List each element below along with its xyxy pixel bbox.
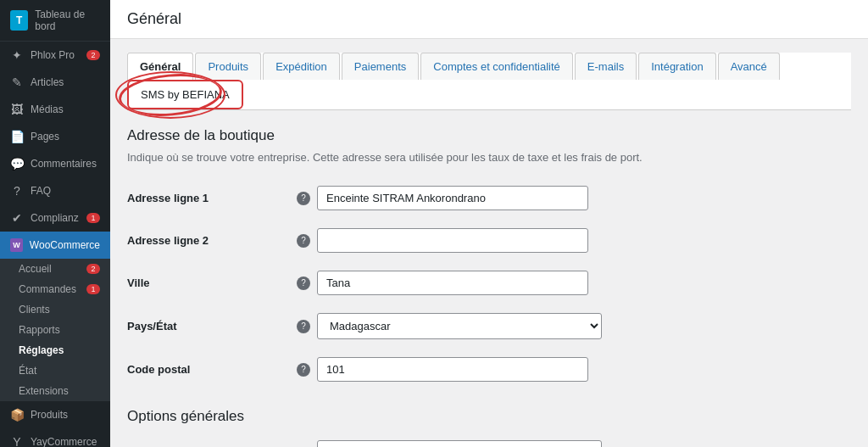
tab-avance[interactable]: Avancé <box>718 53 780 80</box>
tab-produits[interactable]: Produits <box>195 53 261 80</box>
tabs-bar: Général Produits Expédition Paiements Co… <box>127 53 851 110</box>
sidebar-item-commentaires[interactable]: 💬 Commentaires <box>0 150 110 177</box>
articles-icon: ✎ <box>10 75 24 89</box>
code-postal-input[interactable] <box>317 357 588 382</box>
sidebar-logo-text: Tableau de bord <box>35 8 100 32</box>
woocommerce-section: W WooCommerce Accueil 2 Commandes 1 Clie… <box>0 232 110 401</box>
sidebar-item-phlox-pro[interactable]: ✦ Phlox Pro 2 <box>0 42 110 69</box>
sidebar-logo[interactable]: T Tableau de bord <box>0 0 110 42</box>
adresse2-label: Adresse ligne 2 <box>127 234 209 247</box>
table-row: Code postal ? <box>127 349 851 391</box>
section-boutique-desc: Indique où se trouve votre entreprise. C… <box>127 151 851 164</box>
content-area: Général Produits Expédition Paiements Co… <box>110 39 868 447</box>
ville-help-icon[interactable]: ? <box>297 277 310 290</box>
sidebar: T Tableau de bord ✦ Phlox Pro 2 ✎ Articl… <box>0 0 110 447</box>
sidebar-item-label: Médias <box>31 103 64 115</box>
extensions-label: Extensions <box>19 385 69 397</box>
tab-paiements[interactable]: Paiements <box>342 53 419 80</box>
sidebar-sub-item-reglages[interactable]: Réglages <box>0 340 110 360</box>
ou-vendre-select[interactable]: Vendre dans tous les pays <box>317 440 602 447</box>
sidebar-item-pages[interactable]: 📄 Pages <box>0 123 110 150</box>
code-postal-field-row: ? <box>297 357 851 382</box>
commandes-label: Commandes <box>19 283 76 295</box>
options-form-table: Où vendre ? Vendre dans tous les pays Où… <box>127 432 851 447</box>
sidebar-item-produits[interactable]: 📦 Produits <box>0 401 110 428</box>
table-row: Adresse ligne 2 ? <box>127 220 851 262</box>
section-boutique: Adresse de la boutique Indique où se tro… <box>127 127 851 391</box>
tab-integration[interactable]: Intégration <box>638 53 715 80</box>
code-postal-label: Code postal <box>127 363 190 376</box>
section-options: Options générales Où vendre ? Vendre dan… <box>127 408 851 447</box>
adresse1-input[interactable] <box>317 186 588 210</box>
sidebar-sub-item-clients[interactable]: Clients <box>0 299 110 320</box>
page-title: Général <box>127 10 851 28</box>
tableau-de-bord-icon: T <box>10 10 28 31</box>
address-form-table: Adresse ligne 1 ? Adresse ligne 2 ? <box>127 177 851 391</box>
pages-icon: 📄 <box>10 130 24 143</box>
adresse1-help-icon[interactable]: ? <box>297 192 310 205</box>
tab-general[interactable]: Général <box>127 53 193 81</box>
woocommerce-header[interactable]: W WooCommerce <box>0 232 110 259</box>
tab-emails[interactable]: E-mails <box>575 53 637 80</box>
sidebar-item-label: FAQ <box>31 185 51 197</box>
sidebar-sub-item-etat[interactable]: État <box>0 360 110 381</box>
sidebar-item-label: Articles <box>31 76 64 88</box>
sidebar-item-label: Pages <box>31 131 59 142</box>
sidebar-item-label: Complianz <box>31 212 79 224</box>
table-row: Adresse ligne 1 ? <box>127 177 851 220</box>
sidebar-item-label: Commentaires <box>31 158 97 170</box>
phlox-icon: ✦ <box>10 48 24 62</box>
pays-label: Pays/État <box>127 320 177 332</box>
pays-help-icon[interactable]: ? <box>297 320 310 333</box>
accueil-label: Accueil <box>19 263 52 275</box>
complianz-badge: 1 <box>86 213 100 223</box>
tab-sms-wrapper: SMS by BEFIANA <box>127 80 245 109</box>
commentaires-icon: 💬 <box>10 157 24 170</box>
phlox-badge: 2 <box>86 50 100 60</box>
tab-sms-befiana[interactable]: SMS by BEFIANA <box>127 80 243 109</box>
sidebar-sub-item-accueil[interactable]: Accueil 2 <box>0 259 110 279</box>
sidebar-item-complianz[interactable]: ✔ Complianz 1 <box>0 204 110 232</box>
sidebar-item-label: Phlox Pro <box>31 49 75 61</box>
section-boutique-title: Adresse de la boutique <box>127 127 851 144</box>
rapports-label: Rapports <box>19 324 60 336</box>
ville-label: Ville <box>127 277 150 289</box>
sidebar-item-label: YayCommerce <box>31 436 97 447</box>
main-content: Général Général Produits Expédition Paie… <box>110 0 868 447</box>
adresse2-field-row: ? <box>297 228 851 253</box>
sidebar-item-medias[interactable]: 🖼 Médias <box>0 96 110 123</box>
pays-field-row: ? Madagascar France Réunion <box>297 313 851 339</box>
complianz-icon: ✔ <box>10 211 24 225</box>
tab-comptes-confidentialite[interactable]: Comptes et confidentialité <box>420 53 573 80</box>
code-postal-help-icon[interactable]: ? <box>297 363 310 377</box>
ou-vendre-field-row: ? Vendre dans tous les pays <box>297 440 851 447</box>
adresse2-input[interactable] <box>317 228 588 253</box>
pays-select[interactable]: Madagascar France Réunion <box>317 313 602 339</box>
woocommerce-label: WooCommerce <box>30 239 100 251</box>
reglages-label: Réglages <box>19 344 64 356</box>
adresse1-label: Adresse ligne 1 <box>127 192 209 204</box>
table-row: Ville ? <box>127 262 851 305</box>
sidebar-sub-item-rapports[interactable]: Rapports <box>0 320 110 340</box>
sidebar-sub-item-extensions[interactable]: Extensions <box>0 381 110 401</box>
yaycommerce-icon: Y <box>10 435 24 447</box>
table-row: Pays/État ? Madagascar France Réunion <box>127 305 851 349</box>
clients-label: Clients <box>19 304 50 316</box>
accueil-badge: 2 <box>86 264 100 274</box>
commandes-badge: 1 <box>86 284 100 294</box>
ville-input[interactable] <box>317 271 588 295</box>
adresse2-help-icon[interactable]: ? <box>297 234 310 248</box>
table-row: Où vendre ? Vendre dans tous les pays <box>127 432 851 447</box>
sidebar-item-faq[interactable]: ? FAQ <box>0 177 110 204</box>
woo-icon: W <box>10 238 23 252</box>
sidebar-item-articles[interactable]: ✎ Articles <box>0 69 110 96</box>
etat-label: État <box>19 365 36 377</box>
page-header: Général <box>110 0 868 39</box>
ville-field-row: ? <box>297 271 851 295</box>
sidebar-sub-item-commandes[interactable]: Commandes 1 <box>0 279 110 299</box>
produits-icon: 📦 <box>10 408 24 422</box>
section-options-title: Options générales <box>127 408 851 425</box>
sidebar-item-yaycommerce[interactable]: Y YayCommerce <box>0 428 110 447</box>
sidebar-item-label: Produits <box>31 409 68 421</box>
tab-expedition[interactable]: Expédition <box>263 53 340 80</box>
